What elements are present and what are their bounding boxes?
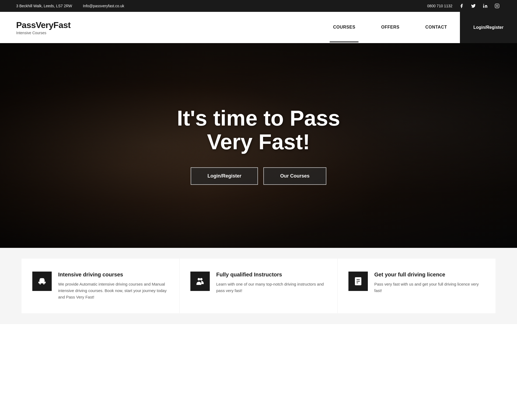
instructors-title: Fully qualified Instructors xyxy=(216,272,327,278)
nav-item-offers[interactable]: OFFERS xyxy=(368,12,413,43)
top-bar: 3 Beckhill Walk, Leeds, LS7 2RW Info@pas… xyxy=(0,0,517,12)
licence-text: Get your full driving licence Pass very … xyxy=(374,272,485,294)
car-icon xyxy=(37,276,47,286)
logo-title[interactable]: PassVeryFast xyxy=(16,20,71,30)
svg-rect-1 xyxy=(495,4,499,8)
top-bar-right: 0800 710 1132 xyxy=(427,2,501,10)
nav-item-courses[interactable]: COURSES xyxy=(320,12,368,43)
svg-point-7 xyxy=(200,278,202,280)
email: Info@passveryfast.co.uk xyxy=(83,4,124,8)
address: 3 Beckhill Walk, Leeds, LS7 2RW xyxy=(16,4,72,8)
hero-login-button[interactable]: Login/Register xyxy=(191,167,258,185)
feature-instructors: Fully qualified Instructors Learn with o… xyxy=(180,259,338,313)
feature-driving-courses: Intensive driving courses We provide Aut… xyxy=(22,259,180,313)
nav-area: COURSES OFFERS CONTACT Login/Register xyxy=(320,12,517,43)
logo-area: PassVeryFast Intensive Courses xyxy=(16,20,71,35)
driving-courses-text: Intensive driving courses We provide Aut… xyxy=(58,272,169,300)
driving-courses-title: Intensive driving courses xyxy=(58,272,169,278)
svg-point-0 xyxy=(483,4,484,5)
licence-desc: Pass very fast with us and get your full… xyxy=(374,281,485,294)
hero-title: It's time to Pass Very Fast! xyxy=(177,106,340,154)
hero-buttons: Login/Register Our Courses xyxy=(177,167,340,185)
svg-point-4 xyxy=(43,283,45,285)
logo-subtitle: Intensive Courses xyxy=(16,31,71,35)
svg-rect-5 xyxy=(39,282,46,283)
driving-courses-desc: We provide Automatic intensive driving c… xyxy=(58,281,169,300)
instructors-icon-box xyxy=(190,272,210,291)
facebook-icon[interactable] xyxy=(458,2,465,10)
top-bar-left: 3 Beckhill Walk, Leeds, LS7 2RW Info@pas… xyxy=(16,4,124,8)
instructors-desc: Learn with one of our many top-notch dri… xyxy=(216,281,327,294)
hero-content: It's time to Pass Very Fast! Login/Regis… xyxy=(177,106,340,185)
instructors-text: Fully qualified Instructors Learn with o… xyxy=(216,272,327,294)
people-icon xyxy=(195,276,205,286)
licence-title: Get your full driving licence xyxy=(374,272,485,278)
svg-point-6 xyxy=(198,278,200,280)
hero-courses-button[interactable]: Our Courses xyxy=(263,167,326,185)
phone: 0800 710 1132 xyxy=(427,4,452,8)
login-register-button[interactable]: Login/Register xyxy=(460,12,517,43)
svg-point-3 xyxy=(40,283,41,285)
driving-courses-icon-box xyxy=(32,272,52,291)
twitter-icon[interactable] xyxy=(470,2,477,10)
features-section: Intensive driving courses We provide Aut… xyxy=(0,248,517,324)
social-icons xyxy=(458,2,501,10)
instagram-icon[interactable] xyxy=(493,2,501,10)
feature-licence: Get your full driving licence Pass very … xyxy=(338,259,495,313)
linkedin-icon[interactable] xyxy=(481,2,489,10)
header: PassVeryFast Intensive Courses COURSES O… xyxy=(0,12,517,43)
nav-item-contact[interactable]: CONTACT xyxy=(412,12,460,43)
document-icon xyxy=(353,276,363,286)
licence-icon-box xyxy=(348,272,368,291)
hero-section: It's time to Pass Very Fast! Login/Regis… xyxy=(0,43,517,248)
